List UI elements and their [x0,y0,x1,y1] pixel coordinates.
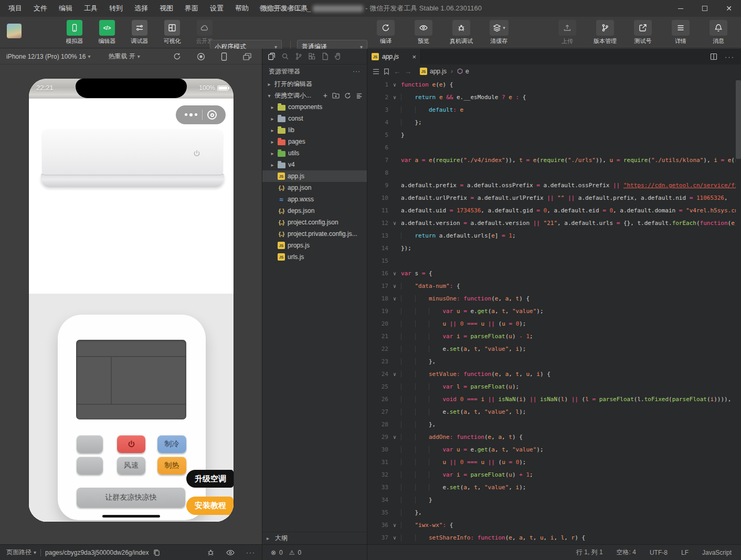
tree-item-urls.js[interactable]: JSurls.js [262,251,367,263]
status-item[interactable]: 行 1, 列 1 [576,548,603,557]
more-dots-icon[interactable]: ··· [725,53,735,61]
wechat-capsule[interactable] [176,105,226,124]
close-circle-icon[interactable] [207,110,217,120]
phone-frame-icon[interactable] [221,52,227,61]
tree-item-v4[interactable]: ▸v4 [262,159,367,170]
fan-speed-button[interactable]: 风速 [117,457,145,475]
tree-item-utils[interactable]: ▸utils [262,147,367,159]
fold-chevron-icon[interactable]: ∨ [388,434,401,440]
tree-item-props.js[interactable]: JSprops.js [262,240,367,251]
action-button-真机调试[interactable]: 真机调试 [446,20,477,45]
tree-item-project.config.json[interactable]: {..}project.config.json [262,217,367,228]
hot-reload-toggle[interactable]: 热重载 开▾ [108,52,140,61]
status-item[interactable]: 空格: 4 [617,548,636,557]
new-folder-icon[interactable] [332,92,340,99]
file-icon[interactable] [322,52,329,60]
mode-button-编辑器[interactable]: </>编辑器 [94,20,120,45]
tree-item-const[interactable]: ▸const [262,113,367,124]
forward-arrow-icon[interactable]: → [405,68,411,76]
menu-item-编辑[interactable]: 编辑 [59,4,72,13]
menu-item-视图[interactable]: 视图 [160,4,173,13]
menu-item-文件[interactable]: 文件 [34,4,47,13]
split-editor-icon[interactable] [710,53,717,60]
tree-item-components[interactable]: ▸components [262,101,367,113]
toolbar-button-详情[interactable]: 详情 [665,20,696,45]
multi-window-icon[interactable] [243,53,251,60]
rotate-icon[interactable] [173,52,181,60]
fold-chevron-icon[interactable]: ∨ [388,371,401,377]
editor-scrollbar[interactable] [736,80,741,159]
mode-button-调试器[interactable]: 调试器 [127,20,152,45]
action-button-编译[interactable]: 编译 [370,20,401,45]
open-editors-section[interactable]: ▸打开的编辑器 [262,78,367,90]
search-icon[interactable] [281,52,289,60]
blank-button-1[interactable] [77,435,103,453]
record-icon[interactable] [197,52,205,61]
menu-item-界面[interactable]: 界面 [185,4,198,13]
page-path-selector[interactable]: 页面路径▾ [6,548,36,557]
fold-chevron-icon[interactable]: ∨ [388,82,401,88]
fold-chevron-icon[interactable]: ∨ [388,94,401,100]
install-tutorial-pill[interactable]: 安装教程 [186,497,234,515]
extensions-icon[interactable] [308,52,316,60]
maximize-button[interactable]: ☐ [693,0,717,17]
tree-item-app.js[interactable]: JSapp.js [262,170,367,182]
collapse-all-icon[interactable] [356,92,363,99]
fold-chevron-icon[interactable]: ∨ [388,535,401,541]
explorer-files-icon[interactable] [268,52,276,60]
hand-tool-icon[interactable] [334,52,342,60]
menu-item-工具[interactable]: 工具 [84,4,98,13]
toolbar-button-上传[interactable]: 上传 [552,20,583,45]
tree-item-app.wxss[interactable]: ≈app.wxss [262,193,367,205]
tree-item-deps.json[interactable]: {..}deps.json [262,205,367,217]
toolbar-button-测试号[interactable]: 测试号 [628,20,658,45]
breadcrumb-symbol[interactable]: e [457,68,469,75]
fold-chevron-icon[interactable]: ∨ [388,271,401,276]
action-button-清缓存[interactable]: ▾清缓存 [484,20,514,45]
debug-icon[interactable] [207,548,215,556]
heat-mode-button[interactable]: 制热 [157,457,186,475]
blank-button-2[interactable] [77,457,103,475]
back-arrow-icon[interactable]: ← [394,68,400,76]
share-cool-button[interactable]: 让群友凉快凉快 [77,488,185,508]
upgrade-ac-pill[interactable]: 升级空调 [186,470,234,488]
status-item[interactable]: LF [681,549,689,556]
cool-mode-button[interactable]: 制冷 [157,435,186,453]
mode-button-模拟器[interactable]: 模拟器 [62,20,87,45]
eye-icon[interactable] [226,550,235,556]
tree-item-lib[interactable]: ▸lib [262,124,367,136]
problems-bar[interactable]: ⊗0 ⚠0 [262,544,367,560]
power-button[interactable] [117,435,145,453]
toolbar-button-消息[interactable]: 消息 [703,20,734,45]
menu-item-选择[interactable]: 选择 [134,4,148,13]
more-dots-icon[interactable]: ··· [246,549,256,556]
toolbar-button-版本管理[interactable]: 版本管理 [590,20,620,45]
project-root[interactable]: ▾便携空调小... + [262,90,367,101]
action-button-预览[interactable]: 预览 [408,20,439,45]
breadcrumb-file[interactable]: JSapp.js [420,68,447,75]
tree-item-project.private.config.js...[interactable]: {..}project.private.config.js... [262,228,367,240]
outline-section[interactable]: ▸大纲 [262,532,367,544]
fold-chevron-icon[interactable]: ∨ [388,220,401,226]
code-area[interactable]: 1∨function e(e) {2∨ return e && e.__esMo… [367,78,736,544]
status-item[interactable]: UTF-8 [650,549,668,556]
fold-chevron-icon[interactable]: ∨ [388,296,401,301]
status-item[interactable]: JavaScript [702,549,732,556]
menu-item-微信开发者工具[interactable]: 微信开发者工具 [260,4,308,13]
tab-appjs[interactable]: JS app.js × [367,49,421,64]
menu-item-设置[interactable]: 设置 [210,4,224,13]
tree-item-pages[interactable]: ▸pages [262,136,367,147]
close-button[interactable]: ✕ [717,0,741,17]
user-avatar[interactable] [7,24,22,38]
menu-item-帮助[interactable]: 帮助 [235,4,249,13]
menu-item-项目[interactable]: 项目 [8,4,22,13]
refresh-icon[interactable] [344,92,351,99]
minimize-button[interactable]: ─ [669,0,693,17]
copy-icon[interactable] [153,549,160,556]
fold-chevron-icon[interactable]: ∨ [388,522,401,528]
tree-item-app.json[interactable]: {..}app.json [262,182,367,193]
more-dots-icon[interactable]: ··· [353,68,361,75]
git-icon[interactable] [295,52,302,60]
mode-button-可视化[interactable]: 可视化 [160,20,185,45]
menu-item-转到[interactable]: 转到 [109,4,123,13]
